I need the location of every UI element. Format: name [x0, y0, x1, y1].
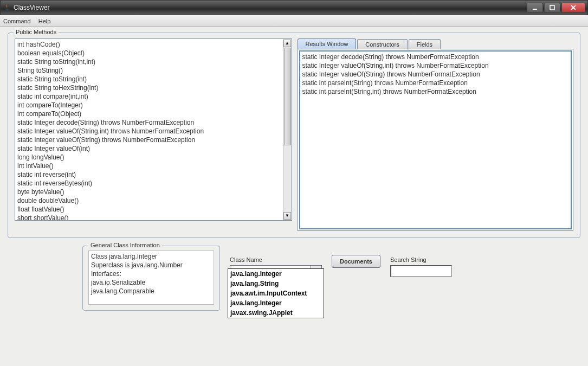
list-item[interactable]: short shortValue()	[17, 214, 281, 220]
tab-content: static Integer decode(String) throws Num…	[298, 49, 574, 231]
list-item[interactable]: byte byteValue()	[17, 188, 281, 196]
dropdown-option[interactable]: javax.swing.JApplet	[228, 308, 324, 318]
dropdown-option[interactable]: java.lang.String	[228, 279, 324, 288]
tab-fields[interactable]: Fields	[409, 39, 441, 49]
documents-button[interactable]: Documents	[332, 255, 380, 268]
results-list[interactable]: static Integer decode(String) throws Num…	[299, 50, 572, 229]
list-item[interactable]: int compareTo(Integer)	[17, 101, 281, 110]
scroll-up-icon[interactable]: ▲	[283, 40, 291, 47]
search-string-input[interactable]	[390, 265, 452, 277]
list-item[interactable]: static String toHexString(int)	[17, 84, 281, 92]
list-item[interactable]: boolean equals(Object)	[17, 49, 281, 57]
list-item[interactable]: static String toString(int)	[17, 75, 281, 84]
class-name-dropdown[interactable]: java.lang.Integerjava.lang.Stringjava.aw…	[228, 268, 324, 318]
public-methods-fieldset: Public Methods int hashCode()boolean equ…	[8, 33, 580, 238]
public-methods-legend: Public Methods	[14, 29, 59, 35]
svg-rect-1	[550, 5, 554, 10]
public-methods-list[interactable]: int hashCode()boolean equals(Object)stat…	[15, 38, 292, 221]
list-item[interactable]: long longValue()	[17, 153, 281, 162]
list-item[interactable]: String toString()	[17, 66, 281, 75]
search-group: Search String	[390, 246, 452, 277]
list-item[interactable]: double doubleValue()	[17, 196, 281, 205]
gci-textbox[interactable]: Class java.lang.IntegerSuperclass is jav…	[88, 251, 214, 305]
class-name-group: Class Name Integer java.lang.Integerjava…	[230, 246, 322, 277]
menu-command[interactable]: Command	[3, 18, 31, 24]
search-string-label: Search String	[390, 256, 452, 263]
scrollbar-thumb[interactable]	[284, 48, 291, 145]
content-area: Public Methods int hashCode()boolean equ…	[0, 27, 588, 366]
svg-rect-0	[533, 9, 537, 10]
gci-line: Interfaces:	[91, 269, 211, 278]
list-item[interactable]: int intValue()	[17, 162, 281, 170]
dropdown-option[interactable]: java.lang.Integer	[228, 298, 324, 308]
menubar: Command Help	[0, 15, 588, 27]
list-item[interactable]: static int reverse(int)	[17, 170, 281, 179]
list-item[interactable]: static int parseInt(String,int) throws N…	[302, 87, 569, 96]
dropdown-option[interactable]: java.awt.im.InputContext	[228, 288, 324, 298]
gci-legend: General Class Information	[88, 242, 162, 248]
list-item[interactable]: static Integer valueOf(String) throws Nu…	[17, 136, 281, 144]
list-item[interactable]: static int compare(int,int)	[17, 92, 281, 101]
java-icon	[3, 3, 11, 12]
window-controls	[527, 3, 585, 12]
list-item[interactable]: static int parseInt(String) throws Numbe…	[302, 79, 569, 87]
scrollbar[interactable]: ▲ ▼	[283, 39, 292, 220]
list-item[interactable]: static Integer decode(String) throws Num…	[302, 53, 569, 61]
list-item[interactable]: static Integer valueOf(String,int) throw…	[17, 127, 281, 136]
list-item[interactable]: static Integer valueOf(int)	[17, 144, 281, 153]
gci-line: Superclass is java.lang.Number	[91, 261, 211, 269]
list-item[interactable]: static Integer decode(String) throws Num…	[17, 118, 281, 127]
menu-help[interactable]: Help	[38, 18, 51, 24]
list-item[interactable]: int hashCode()	[17, 40, 281, 49]
gci-line: java.lang.Comparable	[91, 287, 211, 296]
list-item[interactable]: static int reverseBytes(int)	[17, 179, 281, 188]
close-button[interactable]	[561, 3, 585, 12]
tab-results-window[interactable]: Results Window	[298, 38, 357, 49]
class-name-label: Class Name	[230, 256, 322, 263]
window-title: ClassViewer	[14, 4, 527, 11]
window-titlebar: ClassViewer	[0, 0, 588, 15]
dropdown-option[interactable]: java.lang.Integer	[228, 269, 324, 279]
minimize-button[interactable]	[527, 3, 543, 12]
list-item[interactable]: static String toString(int,int)	[17, 57, 281, 66]
gci-line: Class java.lang.Integer	[91, 252, 211, 261]
scroll-down-icon[interactable]: ▼	[283, 212, 291, 220]
list-item[interactable]: static Integer valueOf(String) throws Nu…	[302, 70, 569, 79]
general-class-information-fieldset: General Class Information Class java.lan…	[82, 246, 220, 311]
tab-strip: Results Window Constructors Fields	[298, 38, 574, 49]
maximize-button[interactable]	[544, 3, 560, 12]
list-item[interactable]: float floatValue()	[17, 205, 281, 214]
gci-line: java.io.Serializable	[91, 278, 211, 287]
tab-constructors[interactable]: Constructors	[357, 39, 407, 49]
list-item[interactable]: int compareTo(Object)	[17, 110, 281, 118]
list-item[interactable]: static Integer valueOf(String,int) throw…	[302, 61, 569, 70]
